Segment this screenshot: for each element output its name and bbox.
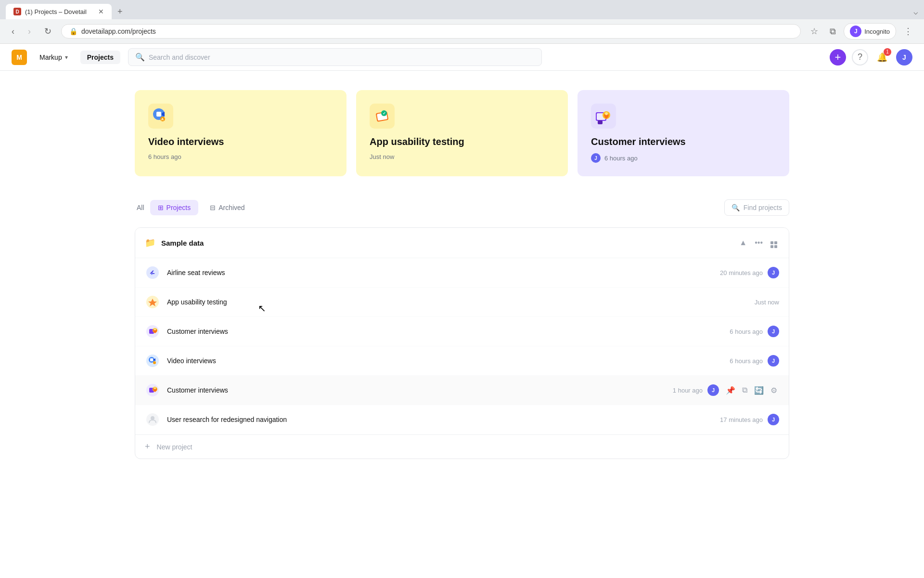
- project-meta-airline: 20 minutes ago J: [720, 267, 779, 278]
- project-meta-customer: 6 hours ago J: [730, 326, 779, 337]
- settings-button[interactable]: ⚙: [769, 384, 779, 397]
- lock-icon: 🔒: [69, 27, 77, 35]
- projects-tab-icon: ⊞: [158, 204, 164, 211]
- tab-extend-icon[interactable]: ⌵: [913, 7, 918, 16]
- search-icon: 🔍: [135, 53, 145, 62]
- card-time-app: Just now: [370, 153, 394, 160]
- project-card-app-usability[interactable]: ✓ App usability testing Just now: [356, 90, 568, 176]
- svg-text:A: A: [161, 118, 164, 121]
- project-card-customer-interviews[interactable]: Customer interviews J 6 hours ago: [578, 90, 789, 176]
- group-name: Sample data: [161, 239, 732, 247]
- workspace-name[interactable]: Markup ▾: [35, 51, 73, 64]
- incognito-badge: J Incognito: [844, 23, 896, 39]
- header-search[interactable]: 🔍 Search and discover: [128, 48, 542, 66]
- group-menu-button[interactable]: •••: [753, 236, 765, 249]
- project-row-app-usability[interactable]: App usability testing Just now: [135, 288, 789, 317]
- archived-tab-icon: ⊟: [210, 204, 216, 211]
- nav-actions: ☆ ⧉ J Incognito ⋮: [807, 23, 916, 39]
- project-avatar-customer-2: J: [707, 384, 719, 396]
- project-time-user-research: 17 minutes ago: [720, 416, 763, 423]
- project-avatar-video: J: [768, 355, 779, 367]
- forward-button[interactable]: ›: [24, 25, 35, 39]
- filter-projects-tab[interactable]: ⊞ Projects: [150, 200, 199, 215]
- help-button[interactable]: ?: [852, 49, 868, 66]
- project-name-customer: Customer interviews: [167, 328, 723, 335]
- header-actions: + ? 🔔 1 J: [830, 49, 912, 66]
- address-text: dovetailapp.com/projects: [81, 27, 156, 35]
- duplicate-button[interactable]: ⧉: [740, 384, 749, 396]
- project-time-customer: 6 hours ago: [730, 328, 763, 335]
- card-meta-app: Just now: [370, 153, 554, 160]
- svg-rect-15: [598, 120, 603, 124]
- project-icon-airline: [145, 265, 160, 280]
- project-time-video: 6 hours ago: [730, 357, 763, 365]
- project-row-user-research[interactable]: User research for redesigned navigation …: [135, 405, 789, 434]
- project-time-app: Just now: [755, 299, 779, 306]
- project-row-customer-2[interactable]: Customer interviews 1 hour ago J 📌 ⧉ 🔄 ⚙: [135, 376, 789, 405]
- nav-bar: ‹ › ↻ 🔒 dovetailapp.com/projects ☆ ⧉ J I…: [0, 19, 924, 43]
- folder-icon: 📁: [145, 237, 155, 248]
- card-meta-video: 6 hours ago: [148, 153, 333, 160]
- project-name-app: App usability testing: [167, 298, 748, 306]
- project-icon-app: [145, 294, 160, 310]
- notifications-button[interactable]: 🔔 1: [874, 49, 890, 66]
- split-view-button[interactable]: ⧉: [826, 25, 840, 39]
- project-name-customer-2: Customer interviews: [167, 386, 666, 394]
- filter-archived-tab[interactable]: ⊟ Archived: [202, 200, 252, 215]
- close-tab-icon[interactable]: ✕: [98, 8, 104, 15]
- incognito-label: Incognito: [864, 28, 890, 35]
- projects-nav-link[interactable]: Projects: [80, 51, 120, 64]
- svg-point-29: [154, 387, 156, 389]
- project-icon-user-research: [145, 412, 160, 427]
- menu-button[interactable]: ⋮: [900, 24, 916, 39]
- active-tab[interactable]: D (1) Projects – Dovetail ✕: [6, 4, 112, 19]
- address-bar[interactable]: 🔒 dovetailapp.com/projects: [61, 24, 801, 39]
- notification-badge: 1: [884, 48, 891, 56]
- project-avatar-user-research: J: [768, 414, 779, 425]
- project-list-container: 📁 Sample data ▲ •••: [135, 227, 789, 459]
- template-button[interactable]: 🔄: [752, 384, 766, 397]
- card-time-video: 6 hours ago: [148, 153, 181, 160]
- new-tab-button[interactable]: +: [114, 5, 127, 19]
- filter-search[interactable]: 🔍 Find projects: [724, 199, 789, 216]
- project-name-user-research: User research for redesigned navigation: [167, 416, 713, 423]
- filter-all-tab[interactable]: All: [135, 200, 146, 215]
- back-button[interactable]: ‹: [8, 25, 18, 39]
- app-header: M Markup ▾ Projects 🔍 Search and discove…: [0, 44, 924, 71]
- incognito-avatar: J: [850, 26, 861, 37]
- filter-bar: All ⊞ Projects ⊟ Archived 🔍 Find project…: [135, 199, 789, 216]
- group-collapse-button[interactable]: ▲: [737, 236, 749, 249]
- pin-button[interactable]: 📌: [724, 384, 737, 397]
- project-meta-customer-2: 1 hour ago J 📌 ⧉ 🔄 ⚙: [673, 384, 779, 397]
- project-meta-video: 6 hours ago J: [730, 355, 779, 367]
- new-project-row[interactable]: + New project: [135, 434, 789, 459]
- svg-point-16: [146, 266, 159, 279]
- project-row-customer[interactable]: Customer interviews 6 hours ago J: [135, 317, 789, 346]
- project-name-airline: Airline seat reviews: [167, 269, 713, 276]
- workspace-name-text: Markup: [39, 53, 62, 61]
- new-project-plus-icon: +: [145, 442, 150, 452]
- group-actions: ▲ •••: [737, 236, 779, 250]
- project-card-video-interviews[interactable]: A Video interviews 6 hours ago: [135, 90, 346, 176]
- refresh-button[interactable]: ↻: [40, 24, 55, 39]
- card-icon-video: A: [148, 104, 173, 129]
- project-time-customer-2: 1 hour ago: [673, 387, 703, 394]
- project-row-airline[interactable]: Airline seat reviews 20 minutes ago J: [135, 258, 789, 288]
- search-placeholder: Search and discover: [149, 53, 210, 61]
- project-icon-video: [145, 353, 160, 368]
- group-grid-button[interactable]: [769, 236, 779, 250]
- user-avatar[interactable]: J: [896, 49, 912, 66]
- card-title-customer: Customer interviews: [591, 136, 776, 147]
- tab-title: (1) Projects – Dovetail: [25, 8, 87, 15]
- svg-rect-24: [150, 358, 153, 361]
- svg-point-14: [605, 112, 608, 115]
- bookmark-button[interactable]: ☆: [807, 24, 822, 39]
- card-avatar-customer: J: [591, 153, 601, 163]
- project-row-video[interactable]: Video interviews 6 hours ago J: [135, 346, 789, 376]
- tab-bar: D (1) Projects – Dovetail ✕ + ⌵: [0, 0, 924, 19]
- main-content: A Video interviews 6 hours ago ✓ App usa…: [0, 71, 924, 478]
- project-meta-user-research: 17 minutes ago J: [720, 414, 779, 425]
- add-button[interactable]: +: [830, 49, 846, 66]
- svg-point-31: [151, 416, 154, 420]
- card-time-customer: 6 hours ago: [604, 155, 638, 162]
